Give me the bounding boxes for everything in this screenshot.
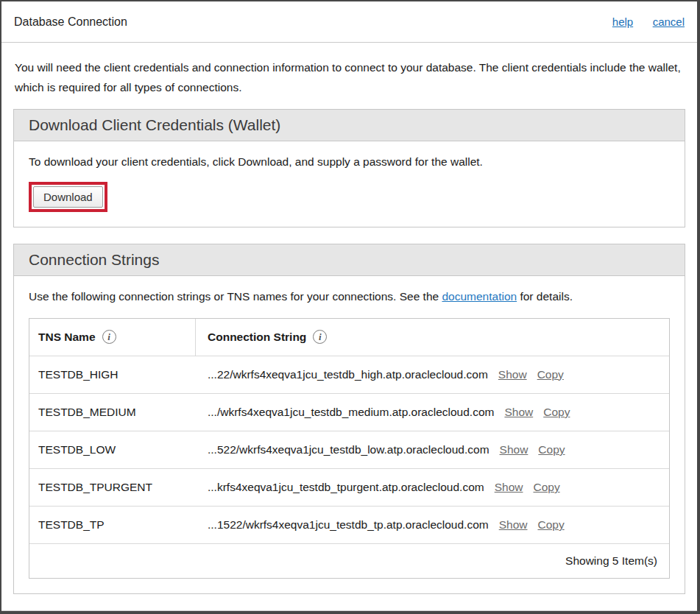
intro-text: You will need the client credentials and…: [15, 57, 684, 97]
table-header-row: TNS Name i Connection String i: [29, 319, 669, 356]
connection-instructions-prefix: Use the following connection strings or …: [29, 290, 442, 303]
header-links: help cancel: [612, 15, 685, 29]
help-link[interactable]: help: [612, 15, 633, 28]
wallet-panel-body: To download your client credentials, cli…: [14, 141, 685, 227]
table-footer: Showing 5 Item(s): [29, 544, 669, 578]
documentation-link[interactable]: documentation: [442, 290, 517, 303]
connection-strings-panel: Connection Strings Use the following con…: [13, 244, 685, 594]
tns-name-cell: TESTDB_MEDIUM: [29, 394, 196, 431]
copy-link[interactable]: Copy: [537, 368, 564, 381]
table-row: TESTDB_TPURGENT ...krfs4xeqva1jcu_testdb…: [29, 469, 669, 507]
wallet-instructions: To download your client credentials, cli…: [29, 153, 670, 172]
download-button[interactable]: Download: [33, 186, 103, 208]
copy-link[interactable]: Copy: [537, 518, 564, 532]
tns-name-cell: TESTDB_HIGH: [29, 356, 196, 393]
show-link[interactable]: Show: [498, 368, 527, 381]
cancel-link[interactable]: cancel: [653, 15, 685, 28]
connection-instructions-suffix: for details.: [517, 290, 573, 303]
dialog-content: You will need the client credentials and…: [1, 43, 697, 610]
connection-string-header: Connection String i: [196, 319, 669, 356]
table-row: TESTDB_MEDIUM .../wkrfs4xeqva1jcu_testdb…: [29, 394, 669, 431]
table-row: TESTDB_LOW ...522/wkrfs4xeqva1jcu_testdb…: [29, 431, 669, 469]
connection-string-cell: ...1522/wkrfs4xeqva1jcu_testdb_tp.atp.or…: [196, 507, 669, 543]
connection-string-value: ...1522/wkrfs4xeqva1jcu_testdb_tp.atp.or…: [208, 518, 489, 532]
show-link[interactable]: Show: [500, 443, 528, 456]
table-row: TESTDB_TP ...1522/wkrfs4xeqva1jcu_testdb…: [29, 507, 669, 544]
tns-name-info-icon[interactable]: i: [102, 330, 116, 344]
wallet-panel: Download Client Credentials (Wallet) To …: [13, 109, 685, 227]
page-title: Database Connection: [14, 15, 127, 29]
connection-string-value: .../wkrfs4xeqva1jcu_testdb_medium.atp.or…: [208, 406, 494, 419]
connection-string-header-label: Connection String: [208, 331, 306, 344]
show-link[interactable]: Show: [495, 481, 523, 494]
connection-string-value: ...522/wkrfs4xeqva1jcu_testdb_low.atp.or…: [208, 443, 489, 456]
copy-link[interactable]: Copy: [543, 406, 570, 419]
connection-instructions: Use the following connection strings or …: [29, 288, 670, 306]
connection-string-cell: .../wkrfs4xeqva1jcu_testdb_medium.atp.or…: [196, 394, 669, 431]
connection-string-cell: ...krfs4xeqva1jcu_testdb_tpurgent.atp.or…: [196, 469, 669, 506]
connection-string-cell: ...522/wkrfs4xeqva1jcu_testdb_low.atp.or…: [196, 431, 669, 468]
download-annotation-highlight: Download: [29, 182, 107, 212]
table-row: TESTDB_HIGH ...22/wkrfs4xeqva1jcu_testdb…: [29, 356, 669, 394]
tns-name-cell: TESTDB_TPURGENT: [29, 469, 196, 506]
connection-string-info-icon[interactable]: i: [313, 330, 327, 344]
tns-name-header-label: TNS Name: [38, 331, 96, 344]
tns-name-header: TNS Name i: [29, 319, 196, 356]
connection-strings-title: Connection Strings: [14, 244, 685, 276]
connection-string-value: ...krfs4xeqva1jcu_testdb_tpurgent.atp.or…: [208, 481, 484, 494]
dialog-header: Database Connection help cancel: [1, 1, 697, 43]
connection-string-value: ...22/wkrfs4xeqva1jcu_testdb_high.atp.or…: [208, 368, 488, 381]
show-link[interactable]: Show: [504, 406, 533, 419]
item-count-label: Showing 5 Item(s): [565, 554, 657, 568]
show-link[interactable]: Show: [499, 518, 528, 532]
tns-name-cell: TESTDB_LOW: [29, 431, 196, 468]
connection-string-cell: ...22/wkrfs4xeqva1jcu_testdb_high.atp.or…: [196, 356, 669, 393]
database-connection-dialog: Database Connection help cancel You will…: [0, 0, 700, 614]
wallet-panel-title: Download Client Credentials (Wallet): [14, 110, 685, 141]
connection-strings-body: Use the following connection strings or …: [14, 276, 685, 593]
copy-link[interactable]: Copy: [538, 443, 565, 456]
connection-strings-table: TNS Name i Connection String i TESTDB_HI…: [29, 318, 670, 579]
tns-name-cell: TESTDB_TP: [29, 507, 196, 543]
dialog-footer: Close: [1, 610, 697, 614]
copy-link[interactable]: Copy: [533, 481, 559, 494]
